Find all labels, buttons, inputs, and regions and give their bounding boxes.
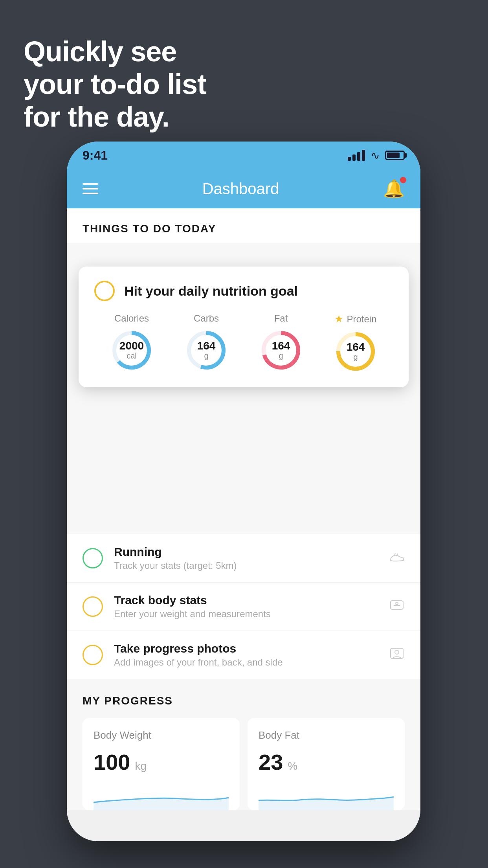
nutrition-protein: ★ Protein 164 g bbox=[334, 313, 377, 373]
shoe-icon bbox=[389, 550, 405, 567]
main-content: THINGS TO DO TODAY Hit your daily nutrit… bbox=[67, 208, 420, 810]
body-weight-value-row: 100 kg bbox=[94, 749, 229, 775]
hamburger-menu[interactable] bbox=[83, 183, 98, 194]
nutrition-card-title: Hit your daily nutrition goal bbox=[124, 283, 298, 299]
body-fat-chart bbox=[259, 783, 394, 810]
person-icon bbox=[389, 647, 405, 664]
wifi-icon: ∿ bbox=[371, 149, 380, 162]
things-to-do-header: THINGS TO DO TODAY bbox=[67, 208, 420, 243]
progress-title: MY PROGRESS bbox=[83, 695, 405, 707]
photos-subtitle: Add images of your front, back, and side bbox=[114, 657, 378, 668]
notification-dot bbox=[400, 177, 406, 183]
carbs-label: Carbs bbox=[194, 313, 219, 324]
calories-value: 2000 bbox=[119, 340, 144, 351]
body-fat-label: Body Fat bbox=[259, 729, 394, 741]
fat-unit: g bbox=[272, 351, 290, 360]
things-to-do-title: THINGS TO DO TODAY bbox=[83, 223, 216, 235]
body-weight-label: Body Weight bbox=[94, 729, 229, 741]
body-weight-value: 100 bbox=[94, 749, 130, 775]
status-icons: ∿ bbox=[348, 149, 405, 162]
todo-item-running[interactable]: Running Track your stats (target: 5km) bbox=[67, 534, 420, 582]
app-header: Dashboard 🔔 bbox=[67, 169, 420, 208]
protein-value: 164 bbox=[347, 342, 365, 353]
nutrition-fat: Fat 164 g bbox=[259, 313, 303, 372]
body-stats-check[interactable] bbox=[83, 596, 103, 617]
progress-section: MY PROGRESS Body Weight 100 kg bbox=[67, 679, 420, 810]
hero-heading: Quickly see your to-do list for the day. bbox=[24, 35, 206, 133]
battery-icon bbox=[385, 151, 405, 160]
body-stats-subtitle: Enter your weight and measurements bbox=[114, 609, 378, 620]
body-weight-chart bbox=[94, 783, 229, 810]
header-title: Dashboard bbox=[202, 180, 279, 198]
nutrition-card: Hit your daily nutrition goal Calories bbox=[79, 267, 409, 387]
status-time: 9:41 bbox=[83, 148, 108, 163]
photos-title: Take progress photos bbox=[114, 642, 378, 655]
scale-icon bbox=[389, 598, 405, 615]
calories-label: Calories bbox=[114, 313, 149, 324]
calories-unit: cal bbox=[119, 351, 144, 360]
body-stats-text: Track body stats Enter your weight and m… bbox=[114, 594, 378, 620]
nutrition-check-circle[interactable] bbox=[94, 281, 115, 301]
carbs-value: 164 bbox=[197, 340, 216, 351]
carbs-donut: 164 g bbox=[185, 329, 228, 372]
svg-point-10 bbox=[396, 602, 398, 605]
star-icon: ★ bbox=[334, 313, 343, 325]
nutrition-card-title-row: Hit your daily nutrition goal bbox=[94, 281, 393, 301]
protein-unit: g bbox=[347, 353, 365, 362]
calories-donut: 2000 cal bbox=[110, 329, 153, 372]
protein-donut: 164 g bbox=[334, 330, 377, 373]
svg-point-12 bbox=[395, 650, 399, 654]
photos-text: Take progress photos Add images of your … bbox=[114, 642, 378, 668]
running-title: Running bbox=[114, 545, 378, 559]
photos-check[interactable] bbox=[83, 645, 103, 665]
body-fat-value-row: 23 % bbox=[259, 749, 394, 775]
fat-label: Fat bbox=[274, 313, 288, 324]
notification-bell-icon[interactable]: 🔔 bbox=[383, 178, 405, 199]
phone-mockup: 9:41 ∿ Dashboard 🔔 THINGS TO DO TODAY bbox=[67, 142, 420, 841]
todo-list: Running Track your stats (target: 5km) T… bbox=[67, 534, 420, 679]
carbs-unit: g bbox=[197, 351, 216, 360]
protein-label: Protein bbox=[347, 314, 376, 325]
signal-icon bbox=[348, 150, 365, 161]
running-text: Running Track your stats (target: 5km) bbox=[114, 545, 378, 571]
status-bar: 9:41 ∿ bbox=[67, 142, 420, 169]
body-stats-title: Track body stats bbox=[114, 594, 378, 607]
protein-label-row: ★ Protein bbox=[334, 313, 376, 325]
running-check[interactable] bbox=[83, 548, 103, 568]
fat-donut: 164 g bbox=[259, 329, 303, 372]
body-weight-card: Body Weight 100 kg bbox=[83, 718, 240, 810]
todo-item-body-stats[interactable]: Track body stats Enter your weight and m… bbox=[67, 582, 420, 631]
nutrition-calories: Calories 2000 cal bbox=[110, 313, 153, 372]
body-fat-unit: % bbox=[288, 760, 297, 772]
running-subtitle: Track your stats (target: 5km) bbox=[114, 560, 378, 571]
todo-item-photos[interactable]: Take progress photos Add images of your … bbox=[67, 631, 420, 679]
body-fat-card: Body Fat 23 % bbox=[248, 718, 405, 810]
nutrition-carbs: Carbs 164 g bbox=[185, 313, 228, 372]
body-weight-unit: kg bbox=[135, 760, 147, 772]
nutrition-row: Calories 2000 cal bbox=[94, 313, 393, 373]
body-fat-value: 23 bbox=[259, 749, 283, 775]
progress-cards: Body Weight 100 kg Body Fat bbox=[83, 718, 405, 810]
fat-value: 164 bbox=[272, 340, 290, 351]
